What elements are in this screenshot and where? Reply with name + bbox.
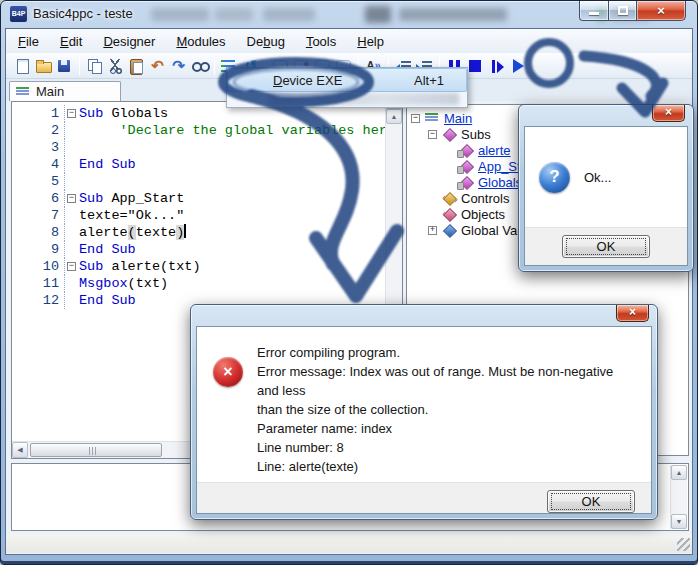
toolbar-separator <box>79 57 80 75</box>
ok-button-label: OK <box>597 239 616 254</box>
objects-icon <box>442 208 457 221</box>
app-icon: B4P <box>10 6 27 22</box>
ok-button[interactable]: OK <box>562 235 650 258</box>
sub-group-icon <box>442 128 457 141</box>
scroll-up-icon[interactable]: ▲ <box>386 109 402 124</box>
tab-main[interactable]: Main <box>9 81 121 101</box>
maximize-icon <box>618 6 628 15</box>
menu-designer[interactable]: Designer <box>94 31 164 52</box>
menu-item-obscured[interactable] <box>269 93 459 105</box>
error-message-line: Error message: Index was out of range. M… <box>257 362 633 400</box>
new-file-button[interactable] <box>12 55 33 76</box>
scroll-down-icon[interactable]: ▼ <box>671 514 687 529</box>
code-text: Sub Globals <box>79 105 168 122</box>
save-file-button[interactable] <box>54 55 75 76</box>
maximize-button[interactable] <box>608 1 637 21</box>
paste-button[interactable] <box>126 55 147 76</box>
error-dialog-body: × Error compiling program.Error message:… <box>196 326 652 514</box>
line-number: 4 <box>12 156 64 173</box>
menu-file[interactable]: File <box>9 31 48 52</box>
code-keyword: Sub <box>79 106 103 121</box>
status-bar <box>6 534 692 553</box>
stop-button[interactable] <box>465 55 486 76</box>
close-button[interactable]: × <box>636 1 686 21</box>
find-button[interactable] <box>189 55 210 76</box>
code-token: ( <box>128 225 136 240</box>
fold-collapse-icon[interactable]: − <box>67 194 76 203</box>
controls-icon <box>442 192 457 205</box>
code-text: Sub alerte(txt) <box>79 258 201 275</box>
code-keyword: End Sub <box>79 293 136 308</box>
fold-collapse-icon[interactable]: − <box>67 109 76 118</box>
fold-collapse-icon[interactable]: − <box>67 262 76 271</box>
error-message-line: Parameter name: index <box>257 419 633 438</box>
copy-icon <box>86 58 103 74</box>
run-button[interactable] <box>507 55 528 76</box>
fold-margin: − <box>64 190 79 207</box>
fold-margin: − <box>64 105 79 122</box>
undo-button[interactable]: ↶ <box>147 55 168 76</box>
cut-icon <box>107 58 124 74</box>
code-text: Sub App_Start <box>79 190 184 207</box>
menu-tools[interactable]: Tools <box>297 31 345 52</box>
collapse-icon[interactable]: − <box>428 130 437 139</box>
menu-help[interactable]: Help <box>348 31 393 52</box>
code-line: 5 <box>12 173 385 190</box>
new-file-icon <box>14 58 31 74</box>
titlebar[interactable]: B4P Basic4ppc - teste × <box>1 1 697 28</box>
code-line: 3 <box>12 139 385 156</box>
horizontal-scroll-thumb[interactable] <box>30 443 162 457</box>
background-blur-blob <box>151 8 209 21</box>
resize-grip[interactable] <box>677 538 690 551</box>
code-keyword: Sub <box>79 259 103 274</box>
code-keyword: Sub <box>79 191 103 206</box>
step-button[interactable] <box>486 55 507 76</box>
fold-margin <box>64 292 79 309</box>
menu-modules[interactable]: Modules <box>167 31 234 52</box>
ok-button[interactable]: OK <box>547 490 635 513</box>
fold-margin <box>64 139 79 156</box>
text-caret <box>184 224 186 238</box>
scroll-left-icon[interactable]: ◀ <box>12 442 28 458</box>
code-keyword: End Sub <box>79 157 136 172</box>
open-file-button[interactable] <box>33 55 54 76</box>
collapse-icon[interactable]: − <box>411 114 420 123</box>
minimize-button[interactable] <box>579 1 609 21</box>
menu-debug[interactable]: Debug <box>238 31 294 52</box>
tree-item-label[interactable]: Main <box>444 111 472 126</box>
tree-item-label[interactable]: alerte <box>478 143 511 158</box>
line-number: 1 <box>12 105 64 122</box>
code-comment: 'Declare the global variables here. <box>120 123 385 138</box>
menu-edit[interactable]: Edit <box>51 31 91 52</box>
code-line: 10−Sub alerte(txt) <box>12 258 385 275</box>
menu-item-device-exe[interactable]: Device EXEAlt+1 <box>227 68 467 92</box>
copy-button[interactable] <box>84 55 105 76</box>
fold-margin <box>64 173 79 190</box>
code-token: Globals <box>103 106 168 121</box>
tree-item-label[interactable]: Globals <box>478 175 522 190</box>
error-message-line: Line number: 8 <box>257 438 633 457</box>
code-text: alerte(texte) <box>79 224 186 241</box>
undo-icon: ↶ <box>149 58 166 74</box>
scroll-up-icon[interactable]: ▲ <box>671 465 687 480</box>
line-number: 10 <box>12 258 64 275</box>
code-text: End Sub <box>79 241 136 258</box>
cut-button[interactable] <box>105 55 126 76</box>
sub-icon <box>459 160 474 173</box>
output-vertical-scrollbar[interactable]: ▲ ▼ <box>670 465 687 529</box>
error-message-line: than the size of the collection. <box>257 400 633 419</box>
background-blur-blob <box>263 8 315 21</box>
error-message-line: Error compiling program. <box>257 343 633 362</box>
redo-button[interactable]: ↷ <box>168 55 189 76</box>
close-icon: × <box>657 2 665 20</box>
find-icon <box>191 58 208 74</box>
error-message-line: Line: alerte(texte) <box>257 457 633 476</box>
line-number: 5 <box>12 173 64 190</box>
sub-icon <box>459 176 474 189</box>
expand-icon[interactable]: + <box>428 226 437 235</box>
line-number: 7 <box>12 207 64 224</box>
tree-item-label: Controls <box>461 191 509 206</box>
dialog-close-button[interactable]: × <box>616 305 649 322</box>
ok-button-label: OK <box>582 494 601 509</box>
dialog-close-button[interactable]: × <box>652 105 685 122</box>
